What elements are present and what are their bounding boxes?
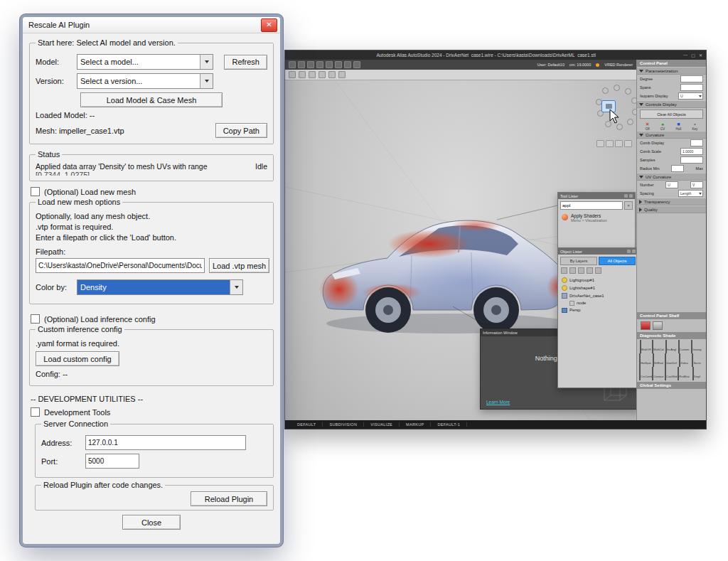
tool-search-input[interactable] xyxy=(560,201,623,210)
toolbar-icon[interactable] xyxy=(316,61,323,68)
tab-all-objects[interactable]: All Objects xyxy=(599,257,636,265)
clear-all-objects-button[interactable]: Clear All Objects xyxy=(640,109,703,119)
diag-shade-mode[interactable]: Isoang xyxy=(690,341,702,353)
section-transparency[interactable]: Transparency xyxy=(637,198,706,205)
development-tools-checkbox[interactable] xyxy=(31,407,40,417)
samples-field[interactable] xyxy=(680,156,703,164)
dialog-titlebar[interactable]: Rescale AI Plugin ✕ xyxy=(23,17,280,33)
degree-field[interactable] xyxy=(680,75,703,82)
number-u-field[interactable]: U xyxy=(665,181,678,188)
manip-dot-icon[interactable] xyxy=(627,119,633,125)
close-icon[interactable] xyxy=(632,250,636,253)
tool-result-item[interactable]: Apply Shaders Menu > Visualization xyxy=(558,212,635,224)
diagnostic-shade-header[interactable]: Diagnostic Shade xyxy=(637,332,706,339)
toolbar-icon[interactable] xyxy=(587,267,593,274)
load-new-mesh-checkbox[interactable] xyxy=(31,187,40,196)
toolbar-icon[interactable] xyxy=(578,267,584,274)
manip-dot-icon[interactable] xyxy=(632,109,636,115)
object-lister-window[interactable]: Object Lister By Layers All Objects xyxy=(557,247,636,388)
shelf-item-icon[interactable] xyxy=(641,321,651,330)
toggle-hull[interactable]: ■Hull xyxy=(675,122,681,131)
close-icon[interactable] xyxy=(629,194,633,198)
manip-dot-icon[interactable] xyxy=(614,85,620,91)
minimize-icon[interactable]: — xyxy=(683,53,687,58)
port-input[interactable] xyxy=(85,454,139,469)
manip-dot-icon[interactable] xyxy=(625,88,631,95)
load-inference-config-checkbox[interactable] xyxy=(31,314,40,324)
toggle-cv[interactable]: ●CV xyxy=(660,122,665,131)
pin-icon[interactable] xyxy=(624,194,628,198)
manip-dot-icon[interactable] xyxy=(616,124,623,130)
toggle-key[interactable]: •Key xyxy=(692,122,698,131)
list-item[interactable]: Lightshape#1 xyxy=(558,284,636,292)
close-icon[interactable]: ✕ xyxy=(261,18,277,32)
toolbar-icon[interactable] xyxy=(344,61,351,68)
diag-shade-mode[interactable]: MultiCol xyxy=(652,341,664,353)
global-settings-header[interactable]: Global Settings xyxy=(637,382,706,389)
toggle-off[interactable]: ✕Off xyxy=(646,122,650,131)
tab-markup[interactable]: MARKUP xyxy=(400,422,431,427)
toolbar-icon[interactable] xyxy=(298,61,305,68)
car-model[interactable] xyxy=(306,140,584,353)
diag-shade-mode[interactable]: IncAngl xyxy=(665,341,677,353)
load-model-case-mesh-button[interactable]: Load Model & Case Mesh xyxy=(80,92,223,107)
copy-path-button[interactable]: Copy Path xyxy=(215,123,267,138)
tab-subdivision[interactable]: SUBDIVISION xyxy=(323,422,364,427)
list-item[interactable]: node xyxy=(558,299,636,306)
diag-shade-mode[interactable]: Custom xyxy=(678,341,690,353)
diag-shade-mode[interactable]: UserDef xyxy=(665,354,677,367)
spans-field[interactable] xyxy=(680,84,703,91)
nav-icon[interactable] xyxy=(624,140,632,147)
comb-scale-field[interactable]: 1.0000 xyxy=(680,148,703,155)
list-item[interactable]: DrivAerNet_case1 xyxy=(558,292,636,299)
toolbar-icon[interactable] xyxy=(326,61,333,68)
section-controls-display[interactable]: Controls Display xyxy=(637,100,706,108)
nav-icon[interactable] xyxy=(596,140,604,147)
chevron-down-icon[interactable] xyxy=(200,55,213,69)
number-v-field[interactable]: V xyxy=(690,181,703,188)
toolbar-icon[interactable] xyxy=(299,71,306,78)
toolbar-icon[interactable] xyxy=(289,61,296,68)
radius-field[interactable] xyxy=(671,165,684,172)
tool-lister-window[interactable]: Tool Lister ✕ Apply Shaders Menu > V xyxy=(557,192,636,249)
toolbar-icon[interactable] xyxy=(307,61,314,68)
diag-shade-mode[interactable]: RndStat xyxy=(678,368,690,380)
pin-icon[interactable] xyxy=(627,250,631,253)
manip-dot-icon[interactable] xyxy=(631,97,636,104)
list-item[interactable]: Lightgroup#1 xyxy=(558,276,636,284)
section-parameterization[interactable]: Parameterization xyxy=(637,67,706,75)
toolbar-icon[interactable] xyxy=(595,267,601,274)
version-select[interactable]: Select a version... xyxy=(77,73,213,89)
reload-plugin-button[interactable]: Reload Plugin xyxy=(191,491,267,506)
control-panel-shelf-header[interactable]: Control Panel Shelf xyxy=(637,312,706,319)
refresh-button[interactable]: Refresh xyxy=(224,55,267,70)
toolbar-icon[interactable] xyxy=(335,61,342,68)
toolbar-icon[interactable] xyxy=(318,71,326,78)
diag-shade-mode[interactable]: Displ xyxy=(690,368,702,380)
filepath-input[interactable] xyxy=(36,258,205,273)
diag-shade-mode[interactable]: ShdrOff xyxy=(639,341,651,353)
control-panel-header[interactable]: Control Panel xyxy=(637,60,706,67)
section-uv-curvature[interactable]: UV Curvature xyxy=(637,173,706,181)
app-titlebar[interactable]: Autodesk Alias AutoStudio 2024 - DrivAer… xyxy=(285,50,706,60)
diag-shade-mode[interactable]: SrfEval xyxy=(652,354,664,367)
spacing-select[interactable]: Length xyxy=(678,190,703,197)
section-curvature[interactable]: Curvature xyxy=(637,131,706,139)
manip-dot-icon[interactable] xyxy=(602,87,609,94)
toolbar-icon[interactable] xyxy=(569,267,576,274)
color-by-select[interactable]: Density xyxy=(77,279,243,295)
close-icon[interactable]: ✕ xyxy=(699,53,702,58)
learn-more-link[interactable]: Learn More xyxy=(486,400,510,405)
load-vtp-mesh-button[interactable]: Load .vtp mesh xyxy=(209,258,269,273)
chevron-down-icon[interactable] xyxy=(200,74,213,88)
nav-icon[interactable] xyxy=(615,140,623,147)
diag-shade-mode[interactable]: Sectn xyxy=(690,354,702,367)
diag-shade-mode[interactable]: Contour xyxy=(652,368,664,380)
toolbar-icon[interactable] xyxy=(353,61,360,68)
toolbar-icon[interactable] xyxy=(561,267,567,274)
load-custom-config-button[interactable]: Load custom config xyxy=(36,351,119,366)
toolbar-icon[interactable] xyxy=(338,71,346,78)
object-lister-titlebar[interactable]: Object Lister xyxy=(558,248,636,255)
nav-icon[interactable] xyxy=(606,140,614,147)
diag-shade-mode[interactable]: CastShd xyxy=(665,368,677,380)
